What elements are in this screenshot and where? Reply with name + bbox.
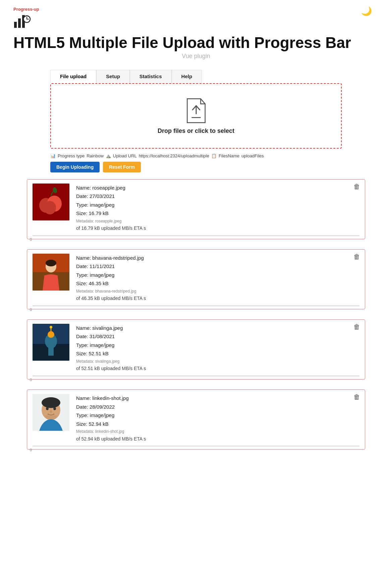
svg-rect-1 — [18, 18, 21, 28]
upload-mountain-icon: ⛰️ — [106, 153, 111, 158]
bar-chart-icon — [13, 12, 31, 33]
file-progress-text-roseapple: of 16.79 kB uploaded MB/s ETA s — [76, 224, 359, 233]
file-metadata-linkedin: Metadata: linkedin-shot.jpg — [76, 428, 359, 435]
svg-point-21 — [48, 331, 54, 338]
date-label: Date: — [76, 263, 88, 269]
date-label: Date: — [76, 333, 88, 339]
page-title: HTML5 Multiple File Upload with Progress… — [13, 34, 379, 51]
file-metadata-roseapple: Metadata: roseapple.jpeg — [76, 218, 359, 224]
svg-rect-0 — [14, 22, 17, 28]
file-info-linkedin: Name: linkedin-shot.jpg Date: 28/09/2022… — [76, 394, 359, 443]
bar-chart-small-icon: 📊 — [50, 153, 56, 158]
file-thumbnail-sivalinga — [33, 324, 69, 361]
metadata-label: Metadata: — [76, 359, 94, 364]
file-info-sivalinga: Name: sivalinga.jpeg Date: 31/08/2021 Ty… — [76, 324, 359, 373]
delete-button-linkedin[interactable]: 🗑 — [353, 393, 360, 401]
svg-point-26 — [42, 397, 60, 408]
upload-area-wrapper: Drop files or click to select — [13, 83, 379, 149]
type-label: Type: — [76, 202, 89, 208]
svg-point-16 — [46, 260, 56, 266]
upload-url-label: Upload URL — [113, 153, 137, 158]
tab-file-upload[interactable]: File upload — [50, 70, 96, 83]
size-label: Size: — [76, 210, 87, 216]
svg-point-11 — [44, 201, 56, 214]
file-name-sivalinga: Name: sivalinga.jpeg — [76, 324, 359, 332]
file-progress-text-bhavana: of 46.35 kB uploaded MB/s ETA s — [76, 295, 359, 303]
progress-bar-wrap-sivalinga: 0 — [33, 375, 359, 376]
name-label: Name: — [76, 255, 91, 261]
file-metadata-sivalinga: Metadata: sivalinga.jpeg — [76, 358, 359, 365]
file-card-inner-roseapple: Name: roseapple.jpeg Date: 27/03/2021 Ty… — [33, 184, 359, 233]
file-card-sivalinga: Name: sivalinga.jpeg Date: 31/08/2021 Ty… — [27, 319, 365, 379]
file-type-linkedin: Type: image/jpeg — [76, 411, 359, 420]
tab-setup[interactable]: Setup — [96, 70, 130, 83]
name-label: Name: — [76, 325, 91, 331]
file-card-roseapple: Name: roseapple.jpeg Date: 27/03/2021 Ty… — [27, 179, 365, 239]
file-date-roseapple: Date: 27/03/2021 — [76, 192, 359, 201]
metadata-label: Metadata: — [76, 219, 94, 223]
files-name-label: FilesName — [219, 153, 239, 158]
upload-drop-zone[interactable]: Drop files or click to select — [50, 83, 342, 149]
size-label: Size: — [76, 421, 87, 427]
svg-point-27 — [46, 407, 49, 410]
file-card-inner-sivalinga: Name: sivalinga.jpeg Date: 31/08/2021 Ty… — [33, 324, 359, 373]
name-label: Name: — [76, 185, 91, 191]
date-label: Date: — [76, 404, 88, 410]
tab-help[interactable]: Help — [172, 70, 202, 83]
progress-zero-bhavana: 0 — [30, 308, 32, 312]
metadata-label: Metadata: — [76, 429, 94, 434]
file-info-roseapple: Name: roseapple.jpeg Date: 27/03/2021 Ty… — [76, 184, 359, 233]
brand-logo — [13, 12, 379, 33]
file-size-linkedin: Size: 52.94 kB — [76, 420, 359, 428]
progress-bar-wrap-linkedin: 0 — [33, 446, 359, 447]
progress-type-label: Progress type — [58, 153, 85, 158]
file-date-linkedin: Date: 28/09/2022 — [76, 403, 359, 411]
file-name-bhavana: Name: bhavana-redstriped.jpg — [76, 254, 359, 262]
svg-point-28 — [53, 407, 56, 410]
progress-type-value: Rainbow — [87, 153, 104, 158]
drop-zone-text: Drop files or click to select — [58, 127, 334, 135]
file-type-bhavana: Type: image/jpeg — [76, 271, 359, 279]
file-type-roseapple: Type: image/jpeg — [76, 201, 359, 209]
file-list: Name: roseapple.jpeg Date: 27/03/2021 Ty… — [13, 179, 379, 450]
upload-file-icon — [183, 97, 210, 124]
delete-button-sivalinga[interactable]: 🗑 — [353, 323, 360, 331]
svg-point-29 — [50, 410, 52, 413]
begin-uploading-button[interactable]: Begin Uploading — [50, 162, 100, 172]
file-metadata-bhavana: Metadata: bhavana-redstriped.jpg — [76, 288, 359, 295]
tab-statistics[interactable]: Statistics — [130, 70, 172, 83]
progress-bar-wrap-bhavana: 0 — [33, 305, 359, 306]
file-size-bhavana: Size: 46.35 kB — [76, 279, 359, 288]
file-card-linkedin: Name: linkedin-shot.jpg Date: 28/09/2022… — [27, 390, 365, 450]
file-info-bhavana: Name: bhavana-redstriped.jpg Date: 11/11… — [76, 254, 359, 303]
name-label: Name: — [76, 395, 91, 401]
progress-zero-roseapple: 0 — [30, 238, 32, 242]
file-date-sivalinga: Date: 31/08/2021 — [76, 332, 359, 341]
svg-point-23 — [50, 326, 52, 328]
file-card-inner-bhavana: Name: bhavana-redstriped.jpg Date: 11/11… — [33, 254, 359, 303]
brand-label: Progress-up — [13, 7, 379, 12]
reset-form-button[interactable]: Reset Form — [103, 162, 141, 172]
files-name-value: uploadFiles — [241, 153, 264, 158]
page-subtitle: Vue plugin — [13, 53, 379, 60]
delete-button-roseapple[interactable]: 🗑 — [353, 183, 360, 191]
date-label: Date: — [76, 193, 88, 199]
delete-button-bhavana[interactable]: 🗑 — [353, 253, 360, 261]
file-card-bhavana: Name: bhavana-redstriped.jpg Date: 11/11… — [27, 249, 365, 309]
size-label: Size: — [76, 280, 87, 286]
progress-zero-linkedin: 0 — [30, 448, 32, 452]
file-size-roseapple: Size: 16.79 kB — [76, 209, 359, 218]
progress-zero-sivalinga: 0 — [30, 378, 32, 382]
file-size-sivalinga: Size: 52.51 kB — [76, 349, 359, 358]
type-label: Type: — [76, 272, 89, 278]
file-thumbnail-roseapple — [33, 184, 69, 220]
file-progress-text-sivalinga: of 52.51 kB uploaded MB/s ETA s — [76, 365, 359, 373]
progress-bar-wrap-roseapple: 0 — [33, 235, 359, 236]
files-icon: 📋 — [211, 153, 217, 158]
metadata-label: Metadata: — [76, 289, 94, 294]
file-card-inner-linkedin: Name: linkedin-shot.jpg Date: 28/09/2022… — [33, 394, 359, 443]
file-name-roseapple: Name: roseapple.jpeg — [76, 184, 359, 192]
size-label: Size: — [76, 351, 87, 356]
file-date-bhavana: Date: 11/11/2021 — [76, 262, 359, 271]
file-progress-text-linkedin: of 52.94 kB uploaded MB/s ETA s — [76, 435, 359, 443]
